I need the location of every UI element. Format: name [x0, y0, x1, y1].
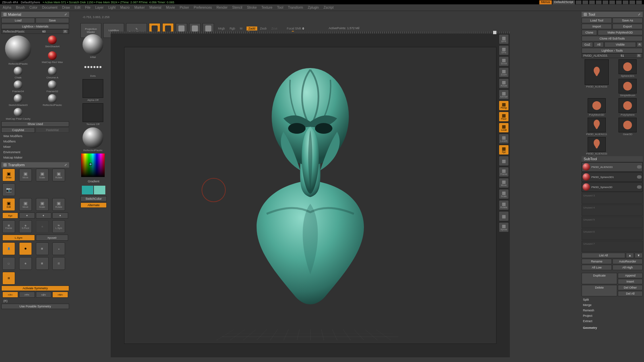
default-zscript-button[interactable]: DefaultZScript [552, 0, 575, 4]
solo-button[interactable]: ◉ [19, 257, 32, 270]
tool-SimpleBrush[interactable]: SimpleBrush [613, 78, 643, 97]
draw-button[interactable]: ▣Draw [2, 169, 15, 181]
pastemat-button[interactable]: PasteMat [36, 127, 69, 133]
menu-stencil[interactable]: Stencil [232, 6, 242, 9]
material-ReflectedPlastic[interactable]: ReflectedPlastic [1, 35, 35, 65]
axis-x-button[interactable]: >X< [2, 292, 18, 298]
local-button[interactable]: 👤 [2, 242, 15, 255]
titlebar-btn-1[interactable] [576, 0, 582, 4]
Floor-button[interactable]: ▦Floor [499, 112, 509, 122]
Local-button[interactable]: ▦Local [499, 123, 509, 133]
menu-movie[interactable]: Movie [166, 6, 175, 9]
quick-button[interactable]: ⬢ [19, 242, 32, 255]
subtool-PM3D_ALIEN333[interactable]: PM3D_ALIEN333 [582, 162, 643, 172]
edit-button[interactable]: ▣Edit [2, 198, 15, 211]
tool-Gear3D[interactable]: Gear3D [613, 117, 643, 136]
lightbox-tools-button[interactable]: Lightbox › Tools [582, 48, 643, 53]
unused-slot[interactable]: Unused 7 [582, 241, 643, 252]
material-SkinShade4[interactable]: SkinShade4 [36, 35, 69, 50]
axis-z-button[interactable]: >Z< [36, 292, 52, 298]
Rotate-button[interactable]: ▦Rotate [499, 200, 509, 210]
brush-slot[interactable]: Inflat [80, 34, 105, 59]
cube-button[interactable]: ◻ [2, 257, 15, 270]
tool-PM3D_ALIEN333[interactable]: PM3D_ALIEN333 [582, 59, 612, 97]
sym-x-button[interactable]: ✦ [19, 213, 35, 219]
section-matcap-maker[interactable]: Matcap Maker [1, 155, 69, 160]
transform-panel-header[interactable]: Transform ⤢ [1, 162, 69, 168]
titlebar-btn-2[interactable] [582, 0, 588, 4]
xpose-button[interactable]: Xpose 0 [36, 235, 68, 241]
menu-tool[interactable]: Tool [277, 6, 283, 9]
material-Chalk[interactable]: Chalk [1, 66, 35, 79]
subtool-header[interactable]: SubTool [582, 156, 643, 162]
all-low-button[interactable]: All Low [582, 265, 612, 270]
delete-button[interactable]: Delete [582, 285, 617, 296]
rgb-button[interactable]: Rgb [228, 27, 237, 30]
move-button[interactable]: ▣Move [19, 169, 32, 181]
move-down-button[interactable]: ▼ [635, 253, 643, 258]
maximize-button[interactable] [629, 0, 635, 4]
pf-button[interactable]: ▦ [36, 242, 49, 255]
activate-symmetry-button[interactable]: Activate Symmetry [1, 286, 69, 291]
material-Chrome A[interactable]: Chrome A [36, 66, 69, 79]
section-project[interactable]: Project [582, 313, 643, 318]
shelf-button[interactable]: ▦ [499, 211, 509, 221]
menu-document[interactable]: Document [42, 6, 58, 9]
subtool-PM3D_Sphere3D1[interactable]: PM3D_Sphere3D1 [582, 172, 643, 182]
titlebar-btn-6[interactable] [609, 0, 615, 4]
section-split[interactable]: Split [582, 297, 643, 302]
section-extract[interactable]: Extract [582, 318, 643, 324]
make-polymesh-button[interactable]: Make PolyMesh3D [598, 30, 643, 35]
goz-visible-button[interactable]: Visible [604, 42, 636, 47]
material-r-button[interactable]: R [63, 30, 67, 33]
sym-y-button[interactable]: ✦ [36, 213, 52, 219]
visibility-toggle[interactable] [637, 175, 642, 179]
menu-brush[interactable]: Brush [16, 6, 25, 9]
alternate-button[interactable]: Alternate [80, 202, 107, 208]
secondary-color-swatch[interactable] [94, 186, 105, 194]
current-material-slot[interactable]: ReflectedPlastic [80, 127, 105, 152]
color-picker[interactable] [80, 153, 105, 178]
tool-PM3D_ALIEN333[interactable]: PM3D_ALIEN333 [582, 137, 612, 155]
menu-marker[interactable]: Marker [134, 6, 145, 9]
subtool-PM3D_Sphere3D[interactable]: PM3D_Sphere3D [582, 182, 643, 192]
unused-slot[interactable]: Unused 4 [582, 204, 643, 216]
spivot-button[interactable]: ◉S.Pivot [19, 220, 32, 233]
unused-slot[interactable]: Unused 5 [582, 217, 643, 228]
Persp-button[interactable]: ▦Persp [499, 101, 509, 111]
goz-button[interactable]: GoZ [582, 42, 593, 47]
Scroll-button[interactable]: ▦Scroll [499, 56, 509, 66]
Xyz-button[interactable]: ▦Xyz [499, 145, 509, 155]
move-up-button[interactable]: ▲ [626, 253, 634, 258]
shelf-button[interactable]: ▦ [499, 156, 509, 166]
menus-button[interactable]: Menus [539, 0, 552, 4]
BPR-button[interactable]: ▦BPR [499, 34, 509, 44]
sym-z-button[interactable]: ✦ [52, 213, 68, 219]
texture-slot[interactable]: Texture Off [80, 103, 105, 126]
LocalS-button[interactable]: ▦LocalS [499, 134, 509, 144]
save-as-button[interactable]: Save As [612, 18, 643, 23]
focal-shift-slider[interactable]: Focal Shift 0 [287, 27, 327, 30]
clone-all-subtools-button[interactable]: Clone All SubTools [582, 36, 643, 41]
menu-render[interactable]: Render [217, 6, 228, 9]
switch-color-button[interactable]: SwitchColor [80, 196, 107, 201]
scale-button[interactable]: ▣Scale [36, 169, 49, 181]
export-button[interactable]: Export [612, 24, 643, 29]
expand-icon[interactable]: ⤢ [638, 13, 641, 16]
Xpose-button[interactable]: ▦Xpose [499, 222, 509, 232]
canvas-area[interactable] [111, 34, 510, 357]
rename-button[interactable]: Rename [582, 259, 612, 264]
zcut-button[interactable]: Zcut [269, 27, 279, 30]
close-button[interactable] [636, 0, 642, 4]
unused-slot[interactable]: Unused 3 [582, 192, 643, 204]
geometry-section[interactable]: Geometry [582, 325, 643, 330]
menu-color[interactable]: Color [30, 6, 38, 9]
zsub-button[interactable]: Zsub [258, 27, 269, 30]
Move-button[interactable]: ▦Move [499, 178, 509, 188]
del-all-button[interactable]: Del All [618, 291, 643, 296]
menu-zplugin[interactable]: Zplugin [308, 6, 319, 9]
horizontal-ruler[interactable] [111, 32, 510, 34]
Frame-button[interactable]: ▦Frame [499, 167, 509, 177]
list-all-button[interactable]: List All [582, 253, 625, 258]
rotate-button[interactable]: ▣Rotate [52, 169, 65, 181]
